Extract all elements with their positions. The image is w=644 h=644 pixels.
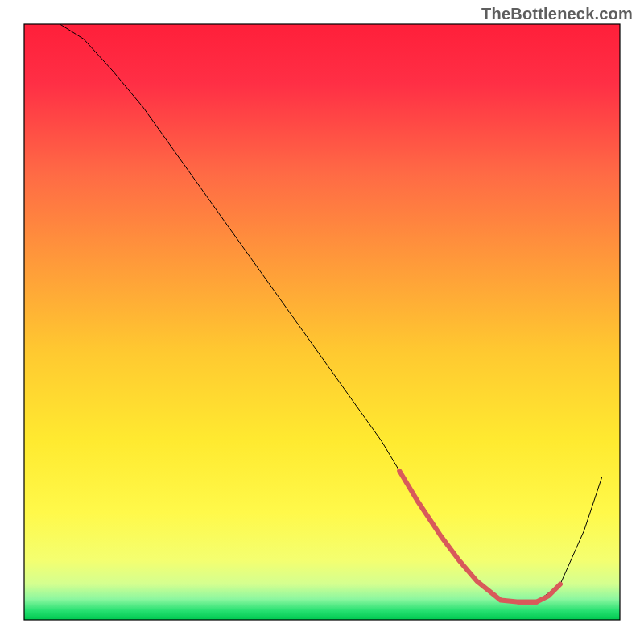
plot-area-rect xyxy=(24,24,620,620)
bottleneck-chart xyxy=(0,0,644,644)
chart-canvas: TheBottleneck.com xyxy=(0,0,644,644)
